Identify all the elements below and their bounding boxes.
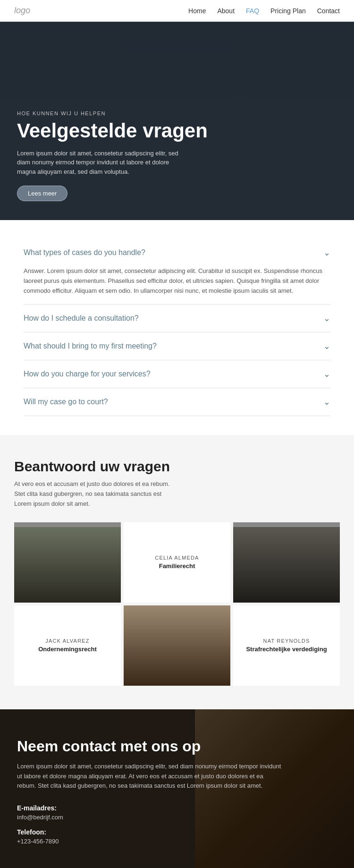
chevron-down-icon: ⌄ xyxy=(323,313,330,323)
chevron-down-icon: ⌄ xyxy=(323,247,330,258)
nav-links: Home About FAQ Pricing Plan Contact xyxy=(188,7,340,15)
nav-home[interactable]: Home xyxy=(188,7,206,15)
faq-section: What types of cases do you handle? ⌄ Ans… xyxy=(0,220,354,435)
contact-section: Neem contact met ons op Lorem ipsum dolo… xyxy=(0,709,354,868)
team-heading: Beantwoord uw vragen xyxy=(14,459,340,475)
faq-question-text: What types of cases do you handle? xyxy=(24,248,145,257)
team-card-photo-woman2 xyxy=(124,605,230,686)
faq-answer: Answer. Lorem ipsum dolor sit amet, cons… xyxy=(24,266,330,304)
faq-question[interactable]: What should I bring to my first meeting?… xyxy=(24,332,330,360)
navbar: logo Home About FAQ Pricing Plan Contact xyxy=(0,0,354,22)
chevron-down-icon: ⌄ xyxy=(323,397,330,407)
contact-phone-value: +123-456-7890 xyxy=(17,838,337,845)
team-card-photo-woman1 xyxy=(233,522,340,603)
faq-question[interactable]: What types of cases do you handle? ⌄ xyxy=(24,239,330,266)
faq-question[interactable]: How do you charge for your services? ⌄ xyxy=(24,360,330,388)
contact-email-value: info@bedrijf.com xyxy=(17,814,337,821)
faq-item: Will my case go to court? ⌄ xyxy=(24,388,330,416)
hero-button[interactable]: Lees meer xyxy=(17,186,67,201)
team-card-photo-man1 xyxy=(14,522,121,603)
team-card-nat: NAT REYNOLDS Strafrechtelijke verdedigin… xyxy=(233,605,340,686)
nav-faq[interactable]: FAQ xyxy=(246,7,259,15)
faq-item: What types of cases do you handle? ⌄ Ans… xyxy=(24,239,330,305)
hero-description: Lorem ipsum dolor sit amet, consetetur s… xyxy=(17,149,187,177)
faq-question[interactable]: How do I schedule a consultation? ⌄ xyxy=(24,305,330,332)
contact-phone-label: Telefoon: xyxy=(17,828,337,836)
faq-item: How do I schedule a consultation? ⌄ xyxy=(24,305,330,332)
team-card-celia: CELIA ALMEDA Familierecht xyxy=(124,522,230,603)
team-member-role: Ondernemingsrecht xyxy=(18,646,117,653)
nav-pricing[interactable]: Pricing Plan xyxy=(270,7,306,15)
team-member-role: Familierecht xyxy=(127,562,227,570)
team-section: Beantwoord uw vragen At vero eos et accu… xyxy=(0,435,354,709)
team-description: At vero eos et accusam et justo duo dolo… xyxy=(14,479,179,509)
hero-content: HOE KUNNEN WIJ U HELPEN Veelgestelde vra… xyxy=(17,111,337,201)
faq-question-text: What should I bring to my first meeting? xyxy=(24,342,157,350)
team-member-name: CELIA ALMEDA xyxy=(127,555,227,561)
team-member-role: Strafrechtelijke verdediging xyxy=(237,646,336,653)
hero-subtitle: HOE KUNNEN WIJ U HELPEN xyxy=(17,111,337,116)
hero-section: HOE KUNNEN WIJ U HELPEN Veelgestelde vra… xyxy=(0,22,354,220)
team-grid-row2: JACK ALVAREZ Ondernemingsrecht NAT REYNO… xyxy=(14,605,340,686)
faq-question-text: How do I schedule a consultation? xyxy=(24,314,139,323)
chevron-down-icon: ⌄ xyxy=(323,341,330,351)
chevron-down-icon: ⌄ xyxy=(323,369,330,379)
faq-question-text: How do you charge for your services? xyxy=(24,370,151,378)
logo: logo xyxy=(14,6,30,16)
nav-about[interactable]: About xyxy=(217,7,235,15)
contact-email-label: E-mailadres: xyxy=(17,804,337,812)
team-card-jack: JACK ALVAREZ Ondernemingsrecht xyxy=(14,605,121,686)
faq-question-text: Will my case go to court? xyxy=(24,398,108,406)
contact-content: Neem contact met ons op Lorem ipsum dolo… xyxy=(17,738,337,845)
faq-item: How do you charge for your services? ⌄ xyxy=(24,360,330,388)
hero-title: Veelgestelde vragen xyxy=(17,120,337,142)
team-member-name: JACK ALVAREZ xyxy=(18,638,117,644)
team-grid-row1: CELIA ALMEDA Familierecht xyxy=(14,522,340,603)
faq-question[interactable]: Will my case go to court? ⌄ xyxy=(24,388,330,416)
contact-heading: Neem contact met ons op xyxy=(17,738,337,755)
nav-contact[interactable]: Contact xyxy=(317,7,340,15)
faq-item: What should I bring to my first meeting?… xyxy=(24,332,330,360)
team-member-name: NAT REYNOLDS xyxy=(237,638,336,644)
contact-description: Lorem ipsum dolor sit amet, consetetur s… xyxy=(17,762,281,791)
